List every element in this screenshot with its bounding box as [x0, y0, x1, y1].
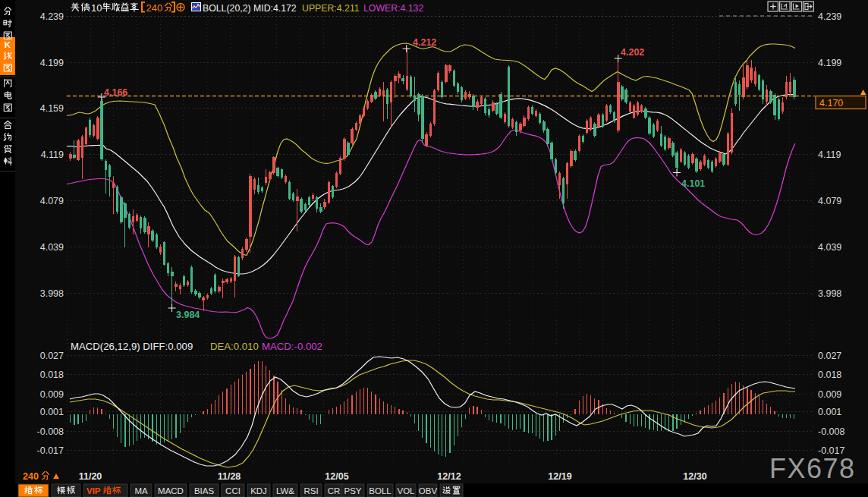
svg-text:-0.008: -0.008 [37, 426, 64, 437]
svg-text:VIP: VIP [86, 486, 101, 495]
svg-text:MA: MA [134, 486, 148, 495]
svg-text:BOLL: BOLL [369, 486, 392, 495]
svg-text:BOLL(20,2) MID:4.172: BOLL(20,2) MID:4.172 [203, 3, 297, 14]
svg-text:LOWER:4.132: LOWER:4.132 [363, 3, 423, 14]
svg-text:CR: CR [328, 486, 341, 495]
svg-text:-0.017: -0.017 [37, 445, 64, 456]
svg-text:FX678: FX678 [769, 453, 856, 484]
svg-text:0.027: 0.027 [818, 351, 841, 361]
svg-text:LW&: LW& [276, 486, 294, 495]
svg-text:4.101: 4.101 [681, 178, 705, 189]
svg-text:3.998: 3.998 [40, 288, 64, 299]
svg-text:240: 240 [23, 471, 39, 482]
svg-text:K: K [5, 40, 11, 49]
svg-text:4.079: 4.079 [818, 196, 841, 206]
svg-text:3.998: 3.998 [818, 288, 841, 299]
svg-text:KDJ: KDJ [250, 486, 267, 495]
svg-text:UPPER:4.211: UPPER:4.211 [302, 3, 360, 14]
svg-text:12/19: 12/19 [548, 471, 571, 482]
svg-text:4.239: 4.239 [40, 11, 64, 22]
svg-text:VOL: VOL [397, 486, 415, 495]
svg-text:-0.008: -0.008 [818, 426, 844, 437]
svg-text:4.039: 4.039 [818, 242, 841, 253]
svg-text:0.018: 0.018 [40, 370, 64, 380]
svg-text:4.079: 4.079 [40, 196, 64, 206]
svg-text:4.166: 4.166 [104, 87, 127, 98]
svg-text:4.212: 4.212 [413, 37, 436, 48]
svg-text:MACD(26,12,9) DIFF:0.009: MACD(26,12,9) DIFF:0.009 [71, 341, 193, 352]
svg-text:MACD:-0.002: MACD:-0.002 [262, 341, 322, 352]
svg-text:4.119: 4.119 [818, 149, 841, 160]
svg-text:0.001: 0.001 [40, 407, 64, 417]
svg-text:3.984: 3.984 [176, 310, 200, 320]
svg-text:MACD: MACD [158, 486, 184, 495]
svg-text:0.009: 0.009 [40, 389, 64, 400]
svg-text:240: 240 [146, 2, 163, 14]
svg-text:0.027: 0.027 [40, 351, 64, 361]
svg-text:DEA:0.010: DEA:0.010 [210, 341, 259, 352]
svg-text:4.199: 4.199 [40, 58, 64, 68]
svg-text:4.239: 4.239 [818, 11, 841, 22]
svg-text:0.009: 0.009 [818, 389, 841, 400]
svg-text:4.199: 4.199 [818, 58, 841, 68]
svg-text:4.202: 4.202 [621, 47, 644, 58]
svg-text:10: 10 [91, 2, 102, 14]
svg-text:0.018: 0.018 [818, 370, 841, 380]
svg-text:12/12: 12/12 [437, 471, 461, 482]
svg-text:CCI: CCI [225, 486, 241, 495]
svg-text:4.170: 4.170 [819, 98, 843, 109]
svg-text:12/30: 12/30 [683, 471, 706, 482]
svg-text:OBV: OBV [419, 486, 438, 495]
svg-text:0.001: 0.001 [818, 407, 841, 417]
svg-text:11/28: 11/28 [218, 471, 241, 482]
svg-text:12/05: 12/05 [325, 471, 348, 482]
svg-text:4.159: 4.159 [40, 103, 64, 114]
svg-text:4.039: 4.039 [40, 242, 64, 253]
svg-text:PSY: PSY [344, 486, 361, 495]
svg-text:11/20: 11/20 [79, 471, 102, 482]
svg-text:BIAS: BIAS [194, 486, 215, 495]
svg-text:RSI: RSI [303, 486, 318, 495]
svg-text:4.119: 4.119 [41, 149, 64, 160]
